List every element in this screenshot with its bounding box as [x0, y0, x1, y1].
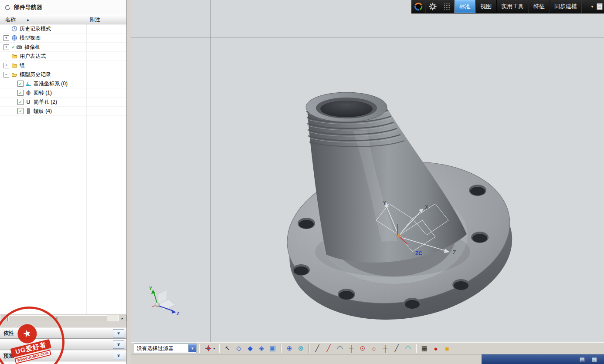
- dot-grid-icon[interactable]: [440, 0, 455, 13]
- slash-icon[interactable]: ╱: [391, 344, 402, 353]
- section-details[interactable]: ∨: [0, 339, 126, 350]
- tree-item-datum-csys[interactable]: 基准坐标系 (0): [0, 79, 126, 88]
- expand-icon[interactable]: [3, 63, 9, 68]
- check-icon: [11, 44, 15, 50]
- camera-icon: [16, 44, 22, 50]
- tree-item-label: 历史记录模式: [20, 25, 51, 33]
- scroll-left-button[interactable]: ◄: [0, 315, 8, 322]
- datum-csys-icon: [25, 81, 31, 87]
- toolbar-separator: [309, 344, 309, 353]
- snap-point-toolbar: ↖◇◆◈▣⊕⊗╱╱◠┼⊙○┼╱◠▦●■: [222, 344, 453, 353]
- feature-checkbox[interactable]: [17, 108, 24, 114]
- tab-feature[interactable]: 特征: [529, 0, 550, 13]
- dropdown-arrow-icon[interactable]: ▼: [188, 344, 196, 352]
- selection-toolbar: 没有选择过滤器 ▼ ▼ ↖◇◆◈▣⊕⊗╱╱◠┼⊙○┼╱◠▦●■: [131, 342, 604, 354]
- line-icon[interactable]: ╱: [312, 344, 322, 353]
- quick-pick-icon[interactable]: ↖: [222, 344, 233, 353]
- chevron-down-icon[interactable]: ∨: [113, 352, 124, 360]
- snap-endpoint-icon[interactable]: ◆: [245, 344, 255, 353]
- tree-item-revolve[interactable]: 回转 (1): [0, 88, 126, 98]
- circle-icon[interactable]: ○: [369, 344, 379, 353]
- section-label: 依性: [3, 330, 14, 337]
- snap-handler-icon[interactable]: ⊗: [295, 344, 306, 353]
- settings-gear-icon[interactable]: [426, 0, 440, 13]
- scroll-right-button[interactable]: ►: [119, 315, 126, 322]
- tree-item-thread[interactable]: 螺纹 (4): [0, 107, 126, 116]
- plus-icon[interactable]: ┼: [380, 344, 390, 353]
- section-preview[interactable]: 预览 ∨: [0, 350, 126, 361]
- arc-point-icon[interactable]: ◠: [403, 344, 413, 353]
- status-report-icon[interactable]: ▤: [578, 355, 586, 363]
- toolbar-separator: [219, 344, 220, 353]
- grid-icon[interactable]: ▦: [419, 344, 430, 353]
- tree-item-model-history[interactable]: 模型历史记录: [0, 70, 126, 79]
- triad-z-label: Z: [176, 311, 180, 316]
- wcs-z-label: Z: [453, 249, 456, 256]
- status-bar-blue: ▤▦: [482, 354, 604, 364]
- selection-filter-dropdown[interactable]: 没有选择过滤器 ▼: [134, 344, 197, 353]
- panel-splitter[interactable]: [0, 321, 126, 328]
- scrollbar-thumb[interactable]: [9, 315, 107, 322]
- tree-item-history-mode[interactable]: 历史记录模式: [0, 24, 126, 34]
- nx-logo-icon[interactable]: [411, 0, 426, 13]
- red-sphere-icon[interactable]: ●: [431, 344, 441, 353]
- part-navigator-header: 部件导航器: [0, 0, 126, 15]
- tab-standard[interactable]: 标准: [455, 0, 475, 13]
- wcs-x-label: X: [425, 204, 428, 210]
- feature-checkbox[interactable]: [17, 81, 24, 87]
- curve-icon[interactable]: ◠: [335, 344, 345, 353]
- tree-item-label: 模型视图: [20, 34, 41, 42]
- selection-scope-button[interactable]: ▼: [204, 344, 217, 353]
- tree-item-groups[interactable]: 组: [0, 61, 126, 70]
- tab-view[interactable]: 视图: [475, 0, 496, 13]
- view-cube-icon[interactable]: ▣: [268, 344, 278, 353]
- navigator-tree: 历史记录模式 模型视图 摄像机 用户表达式 组: [0, 24, 126, 315]
- feature-checkbox[interactable]: [17, 99, 24, 105]
- cone-top-opening[interactable]: [306, 92, 387, 122]
- model-canvas[interactable]: Y X Z ZC Y Z: [131, 0, 604, 342]
- clock-icon: [11, 26, 17, 32]
- navigator-sections: 依性 ∨ ∨ 预览 ∨: [0, 327, 126, 361]
- scrollbar-track[interactable]: [8, 315, 119, 322]
- column-name[interactable]: 名称 ▲: [0, 15, 86, 24]
- circle-center-icon[interactable]: ⊙: [357, 344, 368, 353]
- tab-synchronous-modeling[interactable]: 同步建模: [550, 0, 582, 13]
- tree-item-label: 回转 (1): [34, 89, 52, 97]
- folder-icon: [11, 62, 17, 68]
- snap-midpoint-icon[interactable]: ◈: [256, 344, 267, 353]
- line-endpoints-icon[interactable]: ╱: [323, 344, 334, 353]
- tree-column-headers[interactable]: 名称 ▲ 附注: [0, 15, 126, 24]
- status-grid-icon[interactable]: ▦: [590, 355, 598, 363]
- folder-icon: [11, 53, 17, 59]
- tree-item-label: 用户表达式: [20, 53, 46, 60]
- tree-item-user-expressions[interactable]: 用户表达式: [0, 52, 126, 61]
- tree-item-cameras[interactable]: 摄像机: [0, 43, 126, 52]
- dropdown-arrow-icon[interactable]: ▼: [213, 347, 216, 350]
- view-triad[interactable]: Y Z: [149, 286, 180, 316]
- tab-utilities[interactable]: 实用工具: [496, 0, 529, 13]
- snap-point-icon[interactable]: ◇: [234, 344, 244, 353]
- panel-resize-gutter[interactable]: [127, 0, 131, 364]
- tangent-cross-icon[interactable]: ┼: [346, 344, 356, 353]
- chevron-down-icon[interactable]: ∨: [113, 340, 124, 349]
- move-object-icon[interactable]: ⊕: [284, 344, 295, 353]
- graphics-viewport[interactable]: Y X Z ZC Y Z: [131, 0, 604, 364]
- part-navigator-panel: 部件导航器 名称 ▲ 附注 历史记录模式 模型视图: [0, 0, 127, 364]
- column-note-label: 附注: [90, 17, 100, 23]
- chevron-down-icon[interactable]: ∨: [113, 329, 124, 337]
- tree-item-model-views[interactable]: 模型视图: [0, 34, 126, 43]
- tree-item-label: 组: [20, 62, 25, 69]
- toolbar-overflow-caret[interactable]: ▼: [589, 5, 595, 9]
- column-note[interactable]: 附注: [86, 16, 126, 24]
- tree-item-simple-hole[interactable]: 简单孔 (2): [0, 98, 126, 107]
- section-dependencies[interactable]: 依性 ∨: [0, 327, 126, 339]
- collapse-icon[interactable]: [3, 72, 9, 78]
- expand-icon[interactable]: [3, 35, 9, 41]
- navigator-hscrollbar[interactable]: ◄ ►: [0, 314, 126, 322]
- feature-checkbox[interactable]: [17, 90, 24, 96]
- doc-window-icon[interactable]: [595, 0, 604, 13]
- sort-asc-icon: ▲: [26, 18, 30, 22]
- yellow-cube-icon[interactable]: ■: [442, 344, 452, 353]
- expand-icon[interactable]: [3, 44, 9, 50]
- column-name-label: 名称: [5, 16, 16, 24]
